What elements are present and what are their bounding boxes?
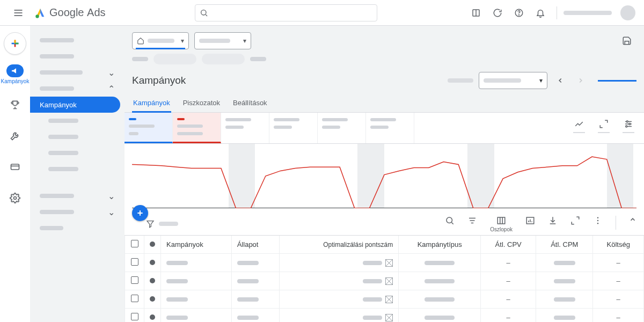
scope-selector-2[interactable]: ▾ [194, 32, 251, 49]
nav2-item[interactable] [30, 48, 125, 64]
segment-icon[interactable] [467, 216, 477, 232]
tab-campaigns[interactable]: Kampányok [132, 94, 171, 112]
checkbox-icon[interactable] [131, 276, 138, 284]
create-button[interactable] [4, 32, 26, 55]
th-cpv[interactable]: Átl. CPV [481, 236, 536, 254]
nav2-item[interactable] [30, 220, 125, 236]
filter-button[interactable] [146, 219, 178, 228]
search-box[interactable] [195, 4, 377, 21]
page-header: Kampányok ▾ [125, 69, 644, 94]
expand-icon[interactable] [598, 119, 610, 133]
date-range-selector[interactable]: ▾ [479, 72, 547, 89]
nav2-item[interactable] [30, 129, 125, 145]
checkbox-icon[interactable] [131, 258, 138, 266]
account-selector[interactable]: ▾ [132, 32, 189, 49]
notifications-icon[interactable] [531, 3, 550, 23]
metric-indicator [177, 118, 185, 120]
nav2-item[interactable] [30, 32, 125, 48]
metric-card[interactable] [318, 113, 366, 143]
unavailable-icon [385, 277, 393, 285]
caret-down-icon: ▾ [539, 77, 543, 84]
date-prev-button[interactable] [553, 73, 568, 88]
search-in-table-icon[interactable] [445, 216, 455, 232]
cell-cost: – [593, 254, 644, 272]
search-input[interactable] [208, 9, 372, 17]
chart-svg [132, 144, 636, 208]
metric-card-1[interactable] [125, 113, 173, 143]
th-campaigns[interactable]: Kampányok [161, 236, 232, 254]
checkbox-icon[interactable] [131, 295, 138, 302]
bc-chip[interactable] [153, 54, 196, 64]
cell-ph [425, 261, 455, 265]
metric-card-2[interactable] [173, 113, 221, 143]
th-status[interactable]: Állapot [231, 236, 280, 254]
status-dot-icon [150, 296, 155, 302]
cell-ph [166, 261, 188, 265]
cell-cpv: – [481, 272, 536, 290]
bc-chip[interactable] [202, 54, 245, 64]
cell-cpv: – [481, 309, 536, 323]
tab-settings[interactable]: Beállítások [232, 94, 268, 112]
checkbox-icon[interactable] [131, 240, 138, 247]
save-icon[interactable] [617, 31, 636, 50]
nav2-item[interactable]: ⌄ [30, 204, 125, 220]
nav2-item-campaigns[interactable]: Kampányok [30, 97, 120, 113]
columns-icon[interactable]: Oszlopok [490, 216, 513, 232]
nav2-item[interactable]: ⌄ [30, 188, 125, 204]
table-row[interactable]: –– [125, 254, 644, 272]
help-icon[interactable] [509, 3, 529, 23]
nav2-item[interactable] [30, 161, 125, 177]
secondary-nav: ⌄ ⌃ Kampányok ⌄ ⌄ [30, 26, 125, 322]
adjust-icon[interactable] [623, 119, 634, 133]
svg-point-20 [626, 121, 628, 122]
tabs: Kampányok Piszkozatok Beállítások [125, 94, 644, 113]
table-row[interactable]: –– [125, 309, 644, 323]
nav2-item[interactable] [30, 145, 125, 161]
add-campaign-button[interactable] [132, 205, 148, 221]
svg-marker-23 [147, 221, 153, 228]
rail-item-tools[interactable] [4, 125, 26, 147]
cell-ph [425, 297, 455, 302]
th-cpm[interactable]: Átl. CPM [536, 236, 593, 254]
cell-ph [237, 279, 259, 283]
bc-seg [132, 57, 148, 61]
cell-ph [237, 261, 259, 265]
th-cost[interactable]: Költség [593, 236, 644, 254]
opt-cell [285, 259, 393, 267]
table-row[interactable]: –– [125, 272, 644, 290]
collapse-icon[interactable] [629, 216, 636, 230]
cell-ph [237, 297, 259, 302]
cell-cost: – [593, 272, 644, 290]
nav2-item[interactable]: ⌃ [30, 80, 125, 97]
avatar[interactable] [620, 5, 635, 20]
discover-icon[interactable] [466, 3, 486, 23]
download-icon[interactable] [548, 216, 558, 232]
svg-rect-29 [497, 217, 505, 224]
fullscreen-icon[interactable] [570, 216, 580, 232]
rail-item-trophy[interactable] [4, 94, 26, 115]
more-icon[interactable] [593, 216, 603, 232]
metric-card[interactable] [221, 113, 269, 143]
rail-item-campaigns[interactable]: Kampányok [1, 64, 30, 84]
th-select[interactable] [125, 236, 144, 254]
divider [557, 6, 557, 19]
tab-drafts[interactable]: Piszkozatok [182, 94, 221, 112]
metric-card[interactable] [366, 113, 414, 143]
table-row[interactable]: –– [125, 290, 644, 309]
refresh-icon[interactable] [488, 3, 507, 23]
head-ph [448, 78, 473, 83]
chart-type-icon[interactable] [573, 119, 585, 133]
checkbox-icon[interactable] [131, 313, 138, 320]
th-type[interactable]: Kampánytípus [399, 236, 481, 254]
metric-card[interactable] [269, 113, 318, 143]
rail-item-billing[interactable] [4, 156, 26, 178]
th-optscore[interactable]: Optimalizálási pontszám [280, 236, 399, 254]
nav2-item[interactable]: ⌄ [30, 64, 125, 80]
cell-cpv: – [481, 254, 536, 272]
home-icon [137, 37, 144, 45]
rail-item-settings[interactable] [4, 187, 26, 209]
reports-icon[interactable] [525, 216, 535, 232]
menu-icon[interactable] [9, 3, 28, 23]
nav2-item[interactable] [30, 113, 125, 129]
breadcrumb [125, 54, 644, 69]
